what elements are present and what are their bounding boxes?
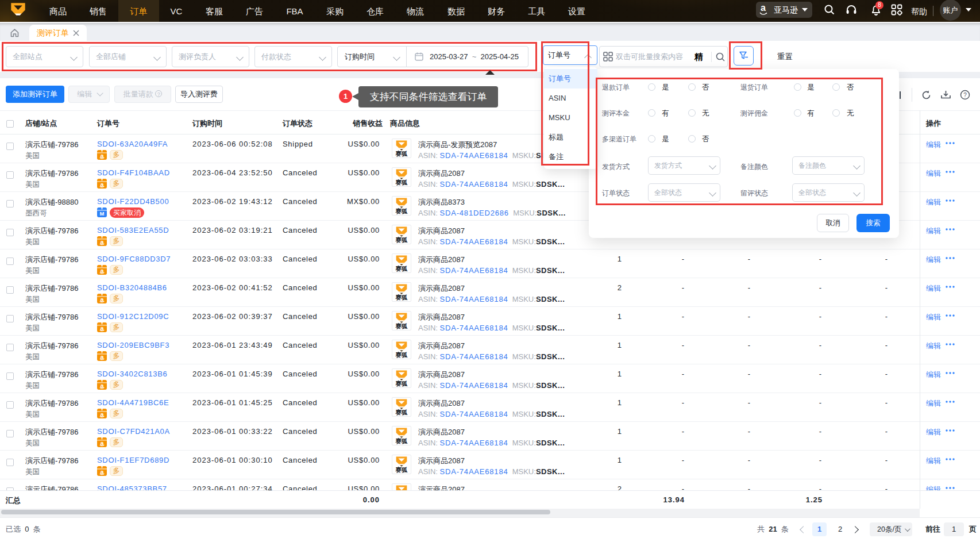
svg-text:M: M: [100, 210, 105, 217]
svg-text:?: ?: [963, 92, 967, 98]
